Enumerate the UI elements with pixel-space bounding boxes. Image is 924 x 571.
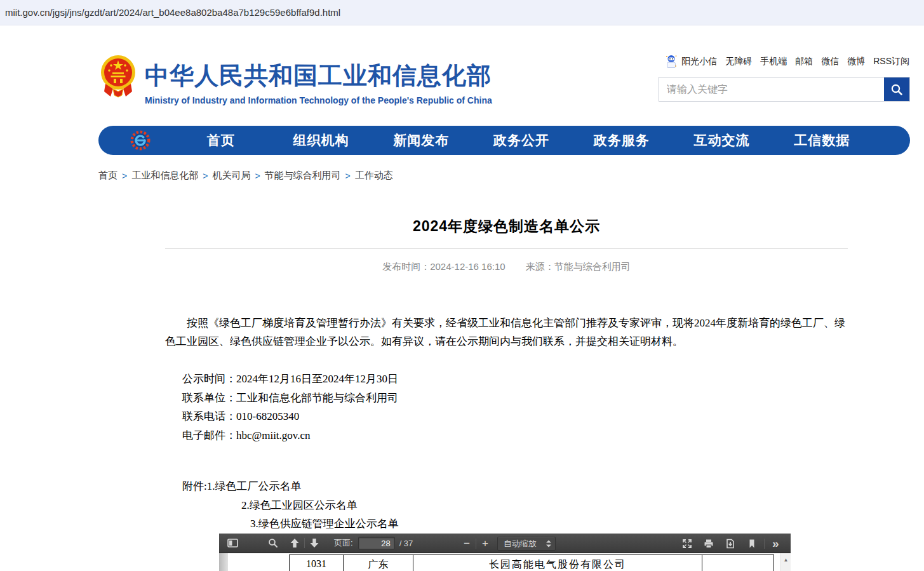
sidebar-toggle-icon bbox=[227, 538, 238, 548]
quick-link-mailbox[interactable]: 邮箱 bbox=[795, 56, 813, 67]
pdf-page-content: 1031 广东 长园高能电气股份有限公司 ▲ bbox=[219, 553, 791, 571]
breadcrumb-separator: > bbox=[122, 171, 127, 181]
row-province-cell: 广东 bbox=[344, 555, 413, 571]
select-arrows-icon bbox=[546, 539, 552, 548]
toolbar-divider bbox=[304, 538, 305, 548]
article-title: 2024年度绿色制造名单公示 bbox=[165, 217, 848, 236]
publish-time: 发布时间：2024-12-16 16:10 bbox=[382, 261, 505, 272]
pdf-right-tools: » bbox=[680, 534, 782, 553]
article-source: 来源：节能与综合利用司 bbox=[526, 261, 631, 272]
nav-item-gov-open[interactable]: 政务公开 bbox=[471, 131, 572, 149]
fullscreen-icon bbox=[682, 539, 692, 549]
attachment-3[interactable]: 3.绿色供应链管理企业公示名单 bbox=[250, 516, 399, 531]
scrollbar-up-icon[interactable]: ▲ bbox=[784, 557, 789, 571]
nav-items: 首页 组织机构 新闻发布 政务公开 政务服务 互动交流 工信数据 bbox=[171, 131, 872, 149]
row-company-cell: 长园高能电气股份有限公司 bbox=[413, 555, 702, 571]
national-emblem-logo bbox=[100, 55, 136, 98]
pdf-find-button[interactable] bbox=[266, 536, 280, 550]
search-box bbox=[659, 77, 910, 102]
robot-assistant-icon[interactable] bbox=[666, 55, 677, 68]
print-button[interactable] bbox=[702, 537, 716, 551]
presentation-mode-button[interactable] bbox=[680, 537, 694, 551]
contact-email: 电子邮件：hbc@miit.gov.cn bbox=[182, 426, 398, 445]
quick-link-rss[interactable]: RSS订阅 bbox=[873, 56, 909, 67]
contact-unit: 联系单位：工业和信息化部节能与综合利用司 bbox=[182, 389, 398, 408]
breadcrumb-separator: > bbox=[255, 171, 260, 181]
site-title-block: 中华人民共和国工业和信息化部 Ministry of Industry and … bbox=[145, 60, 492, 105]
bookmark-button[interactable] bbox=[745, 537, 759, 551]
pdf-prev-page-button[interactable] bbox=[288, 536, 302, 550]
breadcrumb-work-updates[interactable]: 工作动态 bbox=[355, 170, 393, 182]
breadcrumb-separator: > bbox=[345, 171, 351, 181]
site-title: 中华人民共和国工业和信息化部 bbox=[145, 60, 492, 92]
breadcrumb-departments[interactable]: 机关司局 bbox=[212, 170, 250, 182]
main-nav: 首页 组织机构 新闻发布 政务公开 政务服务 互动交流 工信数据 bbox=[98, 126, 910, 155]
bookmark-icon bbox=[747, 539, 757, 549]
zoom-mode-select[interactable]: 自动缩放 bbox=[497, 537, 556, 551]
pdf-sidebar-toggle-button[interactable] bbox=[225, 536, 239, 550]
search-input[interactable] bbox=[659, 77, 884, 101]
breadcrumb-miit[interactable]: 工业和信息化部 bbox=[131, 170, 198, 182]
nav-item-interaction[interactable]: 互动交流 bbox=[672, 131, 772, 149]
quick-link-wechat[interactable]: 微信 bbox=[821, 56, 839, 67]
quick-link-accessibility[interactable]: 无障碍 bbox=[725, 56, 752, 67]
breadcrumb: 首页 > 工业和信息化部 > 机关司局 > 节能与综合利用司 > 工作动态 bbox=[98, 170, 393, 182]
pdf-scrollbar[interactable]: ▲ bbox=[780, 553, 791, 571]
print-icon bbox=[704, 539, 714, 549]
page-label: 页面: bbox=[334, 537, 353, 549]
pdf-viewer: 页面: / 37 − + 自动缩放 bbox=[219, 534, 791, 571]
row-number-cell: 1031 bbox=[290, 555, 344, 571]
attachment-1[interactable]: 附件:1.绿色工厂公示名单 bbox=[182, 479, 301, 494]
publicity-period: 公示时间：2024年12月16日至2024年12月30日 bbox=[182, 370, 398, 389]
nav-item-gov-services[interactable]: 政务服务 bbox=[572, 131, 672, 149]
zoom-in-button[interactable]: + bbox=[479, 538, 492, 549]
search-button[interactable] bbox=[884, 77, 909, 101]
page-number-input[interactable] bbox=[358, 537, 395, 549]
page: miit.gov.cn/jgsj/jns/gzdt/art/2024/art_b… bbox=[0, 0, 924, 571]
page-up-icon bbox=[290, 538, 300, 548]
nav-item-organization[interactable]: 组织机构 bbox=[271, 131, 372, 149]
zoom-controls: − + 自动缩放 bbox=[460, 534, 556, 553]
zoom-out-button[interactable]: − bbox=[460, 538, 473, 549]
search-icon bbox=[890, 83, 903, 96]
breadcrumb-energy-dept[interactable]: 节能与综合利用司 bbox=[265, 170, 341, 182]
toolbar-divider bbox=[764, 539, 765, 549]
download-button[interactable] bbox=[723, 537, 737, 551]
pdf-toolbar: 页面: / 37 − + 自动缩放 bbox=[219, 534, 791, 553]
quick-links: 阳光小信 无障碍 手机端 邮箱 微信 微博 RSS订阅 bbox=[666, 55, 909, 68]
nav-item-data[interactable]: 工信数据 bbox=[772, 131, 872, 149]
page-total: / 37 bbox=[399, 539, 413, 548]
page-url: miit.gov.cn/jgsj/jns/gzdt/art/2024/art_b… bbox=[5, 7, 340, 18]
article-paragraph: 按照《绿色工厂梯度培育及管理暂行办法》有关要求，经省级工业和信息化主管部门推荐及… bbox=[165, 314, 848, 351]
site-subtitle: Ministry of Industry and Information Tec… bbox=[145, 95, 492, 105]
contact-phone: 联系电话：010-68205340 bbox=[182, 407, 398, 426]
nav-item-home[interactable]: 首页 bbox=[171, 131, 271, 149]
breadcrumb-separator: > bbox=[203, 171, 208, 181]
toolbar-divider bbox=[476, 539, 476, 549]
more-tools-button[interactable]: » bbox=[770, 537, 782, 549]
download-icon bbox=[725, 539, 735, 549]
contact-details: 公示时间：2024年12月16日至2024年12月30日 联系单位：工业和信息化… bbox=[182, 370, 398, 445]
pdf-left-margin bbox=[219, 553, 228, 571]
pdf-next-page-button[interactable] bbox=[307, 536, 321, 550]
quick-link-weibo[interactable]: 微博 bbox=[847, 56, 865, 67]
page-down-icon bbox=[309, 538, 319, 548]
find-icon bbox=[268, 538, 278, 548]
pdf-table-row: 1031 广东 长园高能电气股份有限公司 bbox=[289, 554, 774, 571]
miit-gear-logo-icon bbox=[129, 129, 152, 152]
breadcrumb-home[interactable]: 首页 bbox=[98, 170, 117, 182]
title-divider bbox=[165, 248, 848, 249]
attachment-2[interactable]: 2.绿色工业园区公示名单 bbox=[241, 498, 358, 513]
national-emblem-icon bbox=[100, 55, 136, 98]
article-meta: 发布时间：2024-12-16 16:10 来源：节能与综合利用司 bbox=[165, 261, 848, 273]
browser-url-bar[interactable]: miit.gov.cn/jgsj/jns/gzdt/art/2024/art_b… bbox=[0, 0, 924, 25]
row-empty-cell bbox=[702, 555, 774, 571]
quick-link-mobile[interactable]: 手机端 bbox=[760, 56, 787, 67]
nav-item-news[interactable]: 新闻发布 bbox=[371, 131, 471, 149]
quick-link-sunshine[interactable]: 阳光小信 bbox=[681, 56, 717, 67]
zoom-mode-value: 自动缩放 bbox=[504, 538, 537, 549]
